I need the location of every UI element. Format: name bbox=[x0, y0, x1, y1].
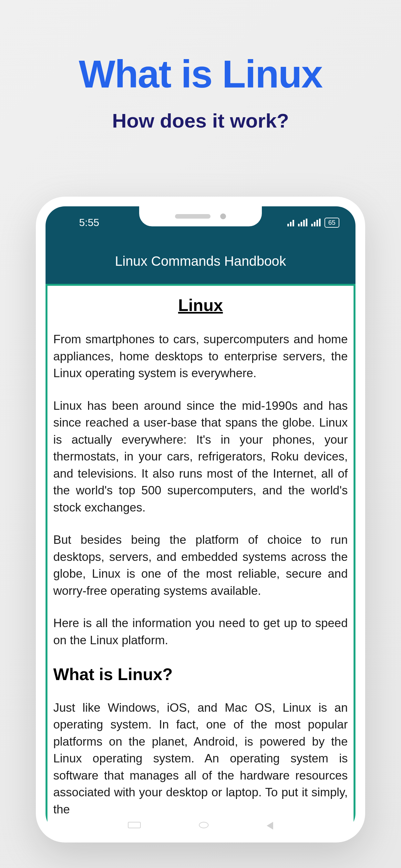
status-time: 5:55 bbox=[79, 217, 99, 228]
notch-speaker bbox=[175, 214, 211, 219]
app-title: Linux Commands Handbook bbox=[115, 253, 286, 269]
battery-indicator: 65 bbox=[325, 218, 339, 228]
phone-frame: 5:55 65 bbox=[36, 197, 365, 842]
page-subtitle: How does it work? bbox=[112, 109, 289, 132]
article-heading: What is Linux? bbox=[53, 664, 348, 684]
nav-home-icon[interactable] bbox=[199, 822, 209, 828]
notch-camera bbox=[220, 213, 226, 219]
phone-notch bbox=[139, 206, 262, 226]
status-icons: 65 bbox=[287, 218, 339, 228]
signal-icon-2 bbox=[311, 219, 320, 226]
article-paragraph-1: From smartphones to cars, supercomputers… bbox=[53, 331, 348, 382]
nav-recent-icon[interactable] bbox=[128, 822, 141, 828]
app-header: Linux Commands Handbook bbox=[45, 239, 356, 284]
nav-back-icon[interactable] bbox=[267, 822, 273, 830]
page-title: What is Linux bbox=[79, 52, 322, 96]
phone-screen: 5:55 65 bbox=[45, 206, 356, 833]
content-area[interactable]: Linux From smartphones to cars, supercom… bbox=[45, 284, 356, 833]
article-paragraph-5: Just like Windows, iOS, and Mac OS, Linu… bbox=[53, 700, 348, 818]
article-title: Linux bbox=[53, 296, 348, 315]
article-paragraph-4: Here is all the information you need to … bbox=[53, 615, 348, 649]
wifi-icon bbox=[287, 219, 294, 226]
signal-icon bbox=[298, 219, 307, 226]
nav-bar bbox=[128, 822, 273, 830]
article-paragraph-3: But besides being the platform of choice… bbox=[53, 531, 348, 599]
article-paragraph-2: Linux has been around since the mid-1990… bbox=[53, 398, 348, 516]
